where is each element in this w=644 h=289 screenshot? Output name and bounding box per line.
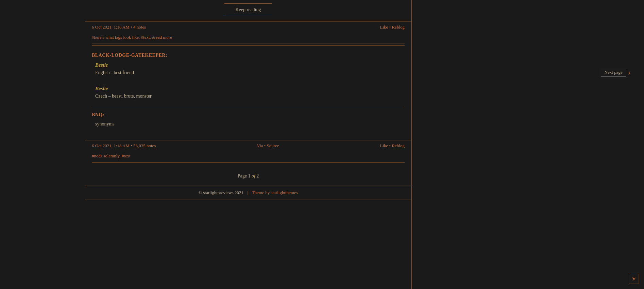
word-title-2: Bestie (95, 84, 405, 92)
site-footer: © starlightpreviews 2021 | Theme by star… (85, 186, 411, 200)
post2-divider-bottom (92, 163, 405, 163)
post2-source-link[interactable]: Source (267, 143, 279, 148)
reblog-item-2: BNQ: synonyms (92, 112, 405, 128)
total-text: 2 (255, 173, 259, 178)
reblog-body-2: synonyms (92, 120, 405, 128)
footer-bottom-line (85, 200, 411, 200)
post1-meta-bar: 6 Oct 2021, 1:16 AM • 4 notes Like • Reb… (85, 21, 411, 33)
post1-tags: #here's what tags look like, #text, #rea… (85, 33, 411, 44)
next-page-button[interactable]: Next page (601, 68, 626, 77)
post2-via-link[interactable]: Via (257, 143, 263, 148)
next-page-container: Next page › (601, 68, 630, 77)
theme-toggle-icon: ☀ (631, 276, 636, 282)
theme-toggle-button[interactable]: ☀ (629, 274, 639, 284)
reblog-text-2: synonyms (95, 120, 405, 128)
right-sidebar: Next page › (411, 0, 644, 289)
post1-date-link[interactable]: 6 Oct 2021, 1:16 AM (92, 24, 130, 30)
post2-like-link[interactable]: Like (380, 143, 388, 148)
reblog-username-1: BLACK-LODGE-GATEKEEPER: (92, 53, 405, 58)
post1-like-link[interactable]: Like (380, 24, 388, 30)
reblog-divider (92, 107, 405, 107)
post1-reblog-link[interactable]: Reblog (392, 24, 405, 30)
next-page-arrow-icon: › (628, 68, 630, 77)
reblog-username-2: BNQ: (92, 112, 405, 118)
reblog-body-1: Bestie English - best friend Bestie Czec… (92, 61, 405, 100)
page-text: Page 1 (238, 173, 252, 178)
copyright-text: © starlightpreviews 2021 (199, 190, 243, 195)
post2-reblog-link[interactable]: Reblog (392, 143, 405, 148)
keep-reading-top-line (224, 3, 272, 4)
post2-via-source: Via • Source (257, 143, 279, 149)
of-text: of (252, 173, 255, 178)
post1-bullet: • (131, 24, 132, 30)
post2-date-link[interactable]: 6 Oct 2021, 1:18 AM (92, 143, 130, 148)
post2-date-notes: 6 Oct 2021, 1:18 AM • 58,035 notes (92, 143, 156, 149)
post2-tags: #nods solemnly, #text (85, 151, 411, 162)
word-title-1: Bestie (95, 61, 405, 69)
definition-1: English - best friend (95, 69, 405, 76)
reblog-item-1: BLACK-LODGE-GATEKEEPER: Bestie English -… (92, 53, 405, 100)
footer-divider: | (247, 190, 248, 195)
definition-2: Czech – beast, brute, monster (95, 92, 405, 100)
keep-reading-button[interactable]: Keep reading (233, 6, 264, 13)
post1-date-notes: 6 Oct 2021, 1:16 AM • 4 notes (92, 24, 146, 30)
post2-meta-bar: 6 Oct 2021, 1:18 AM • 58,035 notes Via •… (85, 140, 411, 151)
post2-notes-link[interactable]: 58,035 notes (133, 143, 156, 148)
page-indicator: Page 1 of 2 (85, 168, 411, 186)
post1-notes-link[interactable]: 4 notes (133, 24, 146, 30)
post1-divider-top (92, 44, 405, 44)
keep-reading-section: Keep reading (85, 0, 411, 21)
theme-link[interactable]: Theme by starlightthemes (252, 190, 298, 195)
post1-actions: Like • Reblog (380, 24, 405, 30)
post2-actions: Like • Reblog (380, 143, 405, 149)
post2-bullet: • (131, 143, 132, 148)
post2-content: BLACK-LODGE-GATEKEEPER: Bestie English -… (85, 46, 411, 140)
keep-reading-bottom-line (224, 16, 272, 16)
